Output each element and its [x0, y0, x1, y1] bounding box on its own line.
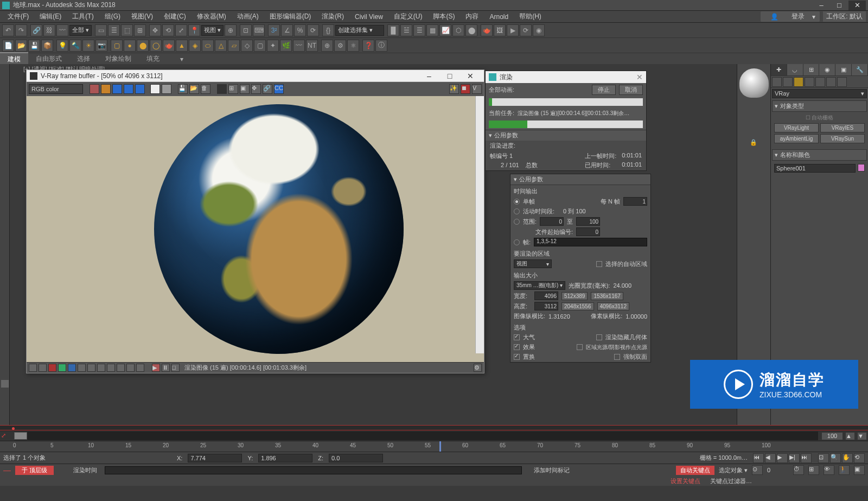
vfb-rgb-r-button[interactable]: [101, 84, 111, 94]
menu-maxscript[interactable]: 脚本(S): [427, 12, 460, 21]
spinner-snap-button[interactable]: ⟳: [307, 24, 319, 36]
vfb-sb12[interactable]: [136, 364, 144, 372]
vfb-save-button[interactable]: 💾: [178, 84, 188, 94]
scale-button[interactable]: ⤢: [175, 24, 187, 36]
time-ruler[interactable]: 0510152025303540455055606570758085909510…: [0, 441, 868, 452]
auto-region-check[interactable]: [596, 261, 602, 267]
menu-file[interactable]: 文件(F): [2, 12, 34, 21]
help-icon[interactable]: ⓘ: [375, 40, 387, 52]
close-button[interactable]: ✕: [848, 1, 866, 10]
vfb-sb3[interactable]: [48, 364, 56, 372]
vfb-load-button[interactable]: 📂: [189, 84, 199, 94]
keyboard-shortcut-button[interactable]: ⌨: [253, 24, 265, 36]
frames-radio[interactable]: [514, 239, 520, 245]
hierarchy-tab[interactable]: ⊞: [803, 64, 820, 75]
render-setup-button[interactable]: 🫖: [481, 24, 493, 36]
displace-check[interactable]: [514, 354, 520, 360]
strip-btn-1[interactable]: [1, 380, 9, 388]
select-object-button[interactable]: ▭: [95, 24, 107, 36]
render-area-dropdown[interactable]: 视图▾: [514, 259, 552, 268]
tab-object-paint[interactable]: 对象绘制: [98, 53, 139, 65]
menu-modifiers[interactable]: 修改器(M): [192, 12, 232, 21]
motion-tab[interactable]: ◉: [819, 64, 835, 75]
vfb-rgb-g-button[interactable]: [112, 84, 122, 94]
direct-light-icon[interactable]: ☀: [82, 40, 94, 52]
vfb-sb10[interactable]: [117, 364, 125, 372]
workspace-dropdown[interactable]: 工作区: 默认: [823, 11, 866, 22]
helper-icon[interactable]: ❓: [362, 40, 374, 52]
vfb-render-canvas[interactable]: [27, 96, 484, 362]
display-tab[interactable]: ▣: [835, 64, 852, 75]
selection-filter-dropdown[interactable]: 全部 ▾: [69, 25, 92, 36]
rs-common-header[interactable]: ▾公用参数: [510, 174, 650, 185]
move-button[interactable]: ✥: [149, 24, 161, 36]
hair-icon[interactable]: 〰: [293, 40, 305, 52]
effects-check[interactable]: [514, 344, 520, 350]
width-spinner[interactable]: 4096: [534, 291, 558, 300]
key-track[interactable]: [0, 425, 868, 430]
range-from-spinner[interactable]: 0: [540, 217, 564, 226]
vfb-sb8[interactable]: [97, 364, 105, 372]
schematic-button[interactable]: ⬡: [452, 24, 464, 36]
teapot-icon[interactable]: 🫖: [163, 40, 175, 52]
time-config-button[interactable]: ⏱: [793, 465, 804, 475]
unlink-button[interactable]: ⛓: [43, 24, 55, 36]
use-pivot-button[interactable]: ⊕: [225, 24, 237, 36]
hedra-icon[interactable]: ◇: [241, 40, 253, 52]
window-crossing-button[interactable]: ⊞: [134, 24, 146, 36]
vfb-sb-settings[interactable]: ⚙: [474, 364, 482, 372]
hide-geo-check[interactable]: [596, 334, 602, 340]
force-2side-check[interactable]: [614, 354, 620, 360]
frames-input[interactable]: 1,3,5-12: [534, 238, 647, 246]
render-stop-button[interactable]: 停止: [592, 85, 616, 95]
range-to-spinner[interactable]: 100: [576, 217, 600, 226]
vfb-maximize-button[interactable]: □: [439, 72, 460, 80]
ref-coord-dropdown[interactable]: 视图 ▾: [201, 25, 224, 36]
menu-graph-editors[interactable]: 图形编辑器(D): [264, 12, 317, 21]
torus-icon[interactable]: ◯: [150, 40, 162, 52]
key-mode-button[interactable]: ⊙: [752, 465, 763, 475]
vrayambient-button[interactable]: ayAmbientLig: [774, 134, 819, 143]
render-prog-titlebar[interactable]: 渲染 ✕: [486, 71, 646, 83]
z-coord-input[interactable]: 0.0: [329, 454, 383, 462]
vfb-alpha-button[interactable]: [135, 84, 145, 94]
lock-icon[interactable]: 🔒: [750, 139, 758, 148]
rendered-frame-button[interactable]: 🖼: [494, 24, 506, 36]
menu-civil-view[interactable]: Civil View: [349, 13, 388, 21]
edit-named-sel-button[interactable]: {}: [322, 24, 334, 36]
play-button[interactable]: ▶: [777, 453, 788, 463]
range-radio[interactable]: [514, 219, 520, 225]
box-icon[interactable]: ▢: [111, 40, 123, 52]
camera-icon[interactable]: 📷: [95, 40, 107, 52]
rotate-button[interactable]: ⟲: [162, 24, 174, 36]
layers-button[interactable]: ☰: [413, 24, 425, 36]
render-production-button[interactable]: ▶: [507, 24, 519, 36]
vfb-sb-play[interactable]: ▶: [152, 364, 160, 372]
vfb-vray-logo-button[interactable]: V: [472, 84, 482, 94]
current-frame-marker[interactable]: [439, 441, 441, 452]
omni-light-icon[interactable]: 💡: [56, 40, 68, 52]
sel-filter-dropdown[interactable]: 选定对象 ▾: [719, 466, 748, 474]
undo-button[interactable]: ↶: [2, 24, 14, 36]
time-slider-up[interactable]: ▲: [845, 432, 855, 440]
active-seg-radio[interactable]: [514, 208, 520, 214]
toggle-ribbon-button[interactable]: ▦: [426, 24, 438, 36]
render-prog-close-button[interactable]: ✕: [636, 73, 643, 81]
atmos-check[interactable]: [514, 334, 520, 340]
ribbon-expand-icon[interactable]: ▾: [173, 54, 191, 65]
nav-pan[interactable]: ✋: [842, 453, 853, 463]
vfb-stop-button[interactable]: ⏹: [461, 84, 470, 94]
level-indicator[interactable]: 于 顶层级: [15, 466, 54, 475]
object-color-swatch[interactable]: [858, 164, 865, 172]
nav-walk[interactable]: 🚶: [839, 465, 850, 475]
menu-content[interactable]: 内容: [460, 12, 484, 21]
vfb-sb7[interactable]: [87, 364, 95, 372]
vfb-rgb-b-button[interactable]: [124, 84, 133, 94]
height-spinner[interactable]: 3112: [534, 302, 558, 310]
open-button[interactable]: 📂: [15, 40, 27, 52]
vfb-sb-pause[interactable]: ⏸: [162, 364, 170, 372]
mirror-button[interactable]: ▐▌: [387, 24, 399, 36]
pyramid-icon[interactable]: △: [215, 40, 227, 52]
lights-subtab[interactable]: [794, 77, 803, 87]
nav-orbit[interactable]: ⟲: [854, 453, 865, 463]
